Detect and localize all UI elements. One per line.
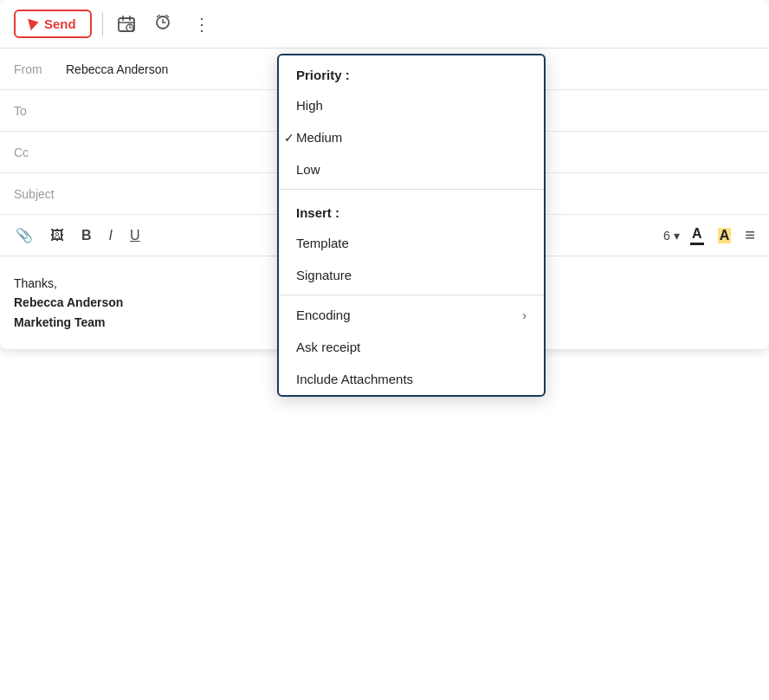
bold-label: B	[81, 228, 92, 243]
encoding-label: Encoding	[296, 308, 351, 322]
schedule-icon	[117, 15, 136, 34]
menu-divider-1	[279, 189, 544, 190]
text-color-bar	[690, 243, 704, 245]
image-icon: 🖼	[50, 228, 64, 243]
low-label: Low	[296, 162, 320, 177]
highlight-button[interactable]: A	[714, 226, 735, 245]
align-icon: ≡	[745, 225, 755, 244]
toolbar-divider	[102, 12, 103, 36]
underline-button[interactable]: U	[125, 224, 145, 247]
medium-checkmark: ✓	[284, 131, 294, 145]
from-label: From	[14, 62, 66, 76]
priority-low-item[interactable]: Low	[279, 153, 544, 185]
menu-divider-2	[279, 295, 544, 295]
reminder-button[interactable]	[150, 9, 176, 39]
more-dots-icon: ⋮	[193, 14, 211, 35]
template-label: Template	[296, 236, 349, 250]
text-color-letter: A	[692, 226, 702, 242]
more-options-button[interactable]: ⋮	[186, 10, 218, 38]
ask-receipt-item[interactable]: Ask receipt	[279, 331, 544, 363]
italic-label: I	[109, 228, 113, 243]
underline-label: U	[130, 228, 140, 243]
priority-medium-item[interactable]: ✓ Medium	[279, 121, 544, 153]
font-size-selector[interactable]: 6 ▾	[663, 229, 680, 243]
include-attachments-item[interactable]: Include Attachments	[279, 363, 544, 395]
dropdown-menu: Priority : High ✓ Medium Low Insert : Te…	[277, 54, 546, 397]
align-button[interactable]: ≡	[741, 222, 759, 249]
send-label: Send	[44, 16, 76, 31]
compose-toolbar: Send	[0, 0, 769, 49]
send-button[interactable]: Send	[14, 10, 92, 38]
compose-window: Send	[0, 0, 769, 349]
italic-button[interactable]: I	[104, 224, 118, 247]
priority-high-item[interactable]: High	[279, 89, 544, 121]
chevron-down-icon: ▾	[674, 229, 680, 243]
ask-receipt-label: Ask receipt	[296, 340, 360, 354]
subject-label: Subject	[14, 187, 66, 201]
include-attachments-label: Include Attachments	[296, 372, 413, 386]
send-icon	[28, 16, 40, 29]
highlight-letter: A	[718, 228, 732, 243]
svg-line-10	[157, 16, 159, 17]
template-item[interactable]: Template	[279, 227, 544, 259]
schedule-send-button[interactable]	[113, 11, 139, 37]
medium-label: Medium	[296, 130, 342, 145]
bold-button[interactable]: B	[76, 224, 97, 247]
svg-line-11	[166, 16, 169, 17]
to-label: To	[14, 104, 66, 118]
font-size-value: 6	[663, 229, 670, 243]
high-label: High	[296, 98, 323, 113]
attachment-icon: 📎	[16, 227, 33, 243]
cc-label: Cc	[14, 146, 66, 159]
encoding-item[interactable]: Encoding ›	[279, 299, 544, 331]
signature-item[interactable]: Signature	[279, 259, 544, 291]
insert-header: Insert :	[279, 193, 544, 227]
image-button[interactable]: 🖼	[45, 224, 69, 247]
encoding-arrow-icon: ›	[522, 308, 527, 322]
signature-label: Signature	[296, 268, 352, 282]
attachment-button[interactable]: 📎	[10, 224, 38, 247]
priority-header: Priority :	[279, 55, 544, 89]
text-color-button[interactable]: A	[687, 224, 708, 247]
alarm-icon	[153, 12, 172, 36]
